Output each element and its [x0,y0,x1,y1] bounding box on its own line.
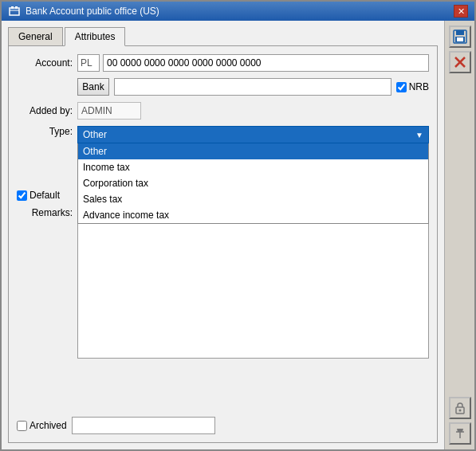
form-panel: Account: Bank NRB [8,45,438,443]
default-label: Default [30,190,60,201]
main-window: Bank Account public office (US) ✕ Genera… [0,0,476,451]
window-icon [8,5,21,18]
type-option-income-tax[interactable]: Income tax [78,159,428,175]
bank-button[interactable]: Bank [77,78,109,96]
type-select-container: Other ▼ Other Income tax Corporation tax… [77,126,429,143]
type-label: Type: [17,126,73,137]
remarks-label: Remarks: [17,207,73,218]
default-checkbox-label[interactable]: Default [17,190,60,201]
archived-label: Archived [30,420,67,431]
archived-checkbox[interactable] [17,421,27,431]
nrb-label: NRB [409,81,429,92]
type-option-corporation-tax[interactable]: Corporation tax [78,175,428,191]
window-close-button[interactable]: ✕ [454,5,468,18]
svg-rect-5 [456,30,464,35]
nrb-checkbox[interactable] [396,82,407,92]
close-button[interactable] [449,51,471,73]
added-by-row: Added by: [17,102,429,120]
tab-attributes[interactable]: Attributes [65,27,126,46]
dropdown-arrow-icon: ▼ [415,131,423,139]
tab-general[interactable]: General [8,27,63,45]
nrb-checkbox-label[interactable]: NRB [396,81,429,92]
title-bar-left: Bank Account public office (US) [8,5,159,18]
type-selected-value: Other [83,129,107,140]
save-button[interactable] [449,25,471,48]
archived-input[interactable] [72,417,215,434]
type-dropdown-list: Other Income tax Corporation tax Sales t… [77,143,429,224]
default-checkbox[interactable] [17,190,27,201]
window-title: Bank Account public office (US) [26,6,159,17]
account-row: Account: [17,54,429,72]
country-code-input[interactable] [77,54,100,72]
archived-checkbox-label[interactable]: Archived [17,420,67,431]
type-option-other[interactable]: Other [78,143,428,159]
account-inputs [77,54,429,72]
svg-rect-3 [15,6,18,9]
added-by-label: Added by: [17,105,73,116]
sidebar [444,21,474,449]
title-bar: Bank Account public office (US) ✕ [2,2,474,21]
type-select-header[interactable]: Other ▼ [77,126,429,143]
svg-point-11 [458,410,461,412]
type-option-advance-income-tax[interactable]: Advance income tax [78,207,428,223]
archived-row: Archived [17,417,429,434]
main-content: General Attributes Account: Bank [2,21,474,449]
pin-button[interactable] [449,422,471,445]
svg-rect-0 [10,8,19,15]
nrb-area: NRB [396,81,429,92]
dialog-area: General Attributes Account: Bank [2,21,444,449]
added-by-input[interactable] [77,102,141,120]
account-label: Account: [17,57,73,69]
svg-marker-14 [457,429,463,432]
bank-row: Bank NRB [17,78,429,96]
type-option-sales-tax[interactable]: Sales tax [78,191,428,207]
remarks-row: Remarks: [17,207,429,359]
remarks-textarea[interactable] [77,207,429,359]
account-number-input[interactable] [103,54,429,72]
type-row: Type: Other ▼ Other Income tax Corporati… [17,126,429,143]
lock-button[interactable] [449,397,471,419]
svg-rect-2 [11,6,14,9]
svg-rect-7 [457,37,463,41]
bank-input[interactable] [114,78,391,96]
tab-bar: General Attributes [8,27,438,45]
